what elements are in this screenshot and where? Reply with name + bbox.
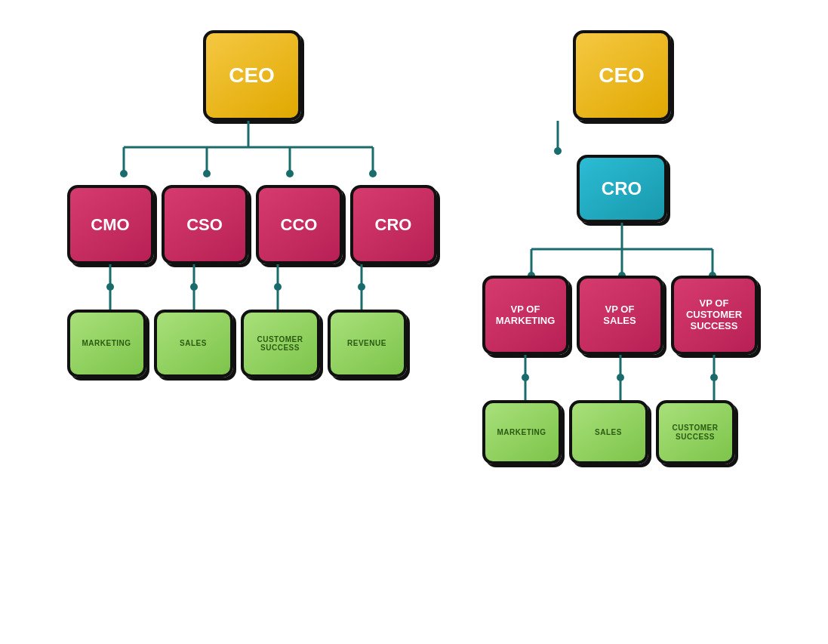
left-ceo-node: CEO <box>203 30 301 121</box>
right-vp-marketing-node: VP OFMARKETING <box>482 276 569 355</box>
right-vp-leaf-connector <box>482 355 762 404</box>
right-cro-vp-connector <box>482 223 762 279</box>
right-vp-row: VP OFMARKETING VP OFSALES VP OFCUSTOMERS… <box>482 276 762 355</box>
right-vp-sales-node: VP OFSALES <box>577 276 663 355</box>
svg-point-9 <box>369 170 377 177</box>
left-sales-node: SALES <box>154 310 233 377</box>
left-ceo-label: CEO <box>229 63 275 88</box>
left-cco-node: CCO <box>256 185 343 264</box>
right-ceo-cro-connector <box>482 121 633 155</box>
left-level2-row: CMO CSO CCO CRO <box>67 185 437 264</box>
right-customer-success-leaf: CUSTOMERSUCCESS <box>656 400 735 464</box>
left-level2-connector <box>67 264 429 313</box>
right-ceo-label: CEO <box>599 63 645 88</box>
left-cro-node: CRO <box>350 185 437 264</box>
svg-point-7 <box>203 170 211 177</box>
right-leaf-row: MARKETING SALES CUSTOMERSUCCESS <box>482 400 762 464</box>
right-vp-customer-success-node: VP OFCUSTOMERSUCCESS <box>671 276 758 355</box>
left-level3-row: MARKETING SALES CUSTOMERSUCCESS REVENUE <box>67 310 437 377</box>
main-container: CEO CMO CSO CCO CRO <box>0 0 828 644</box>
left-level1-connector <box>67 121 429 189</box>
left-marketing-node: MARKETING <box>67 310 146 377</box>
svg-point-23 <box>554 147 562 155</box>
right-marketing-leaf: MARKETING <box>482 400 562 464</box>
right-sales-leaf: SALES <box>569 400 648 464</box>
right-cro-node: CRO <box>577 155 667 223</box>
left-cso-node: CSO <box>162 185 248 264</box>
right-org-chart: CEO CRO VP OFMARKETING VP OFSALES V <box>482 30 762 464</box>
left-cmo-node: CMO <box>67 185 154 264</box>
left-customer-success-node: CUSTOMERSUCCESS <box>241 310 320 377</box>
left-revenue-node: REVENUE <box>328 310 407 377</box>
left-org-chart: CEO CMO CSO CCO CRO <box>67 30 437 377</box>
svg-point-6 <box>120 170 128 177</box>
right-cro-wrapper: CRO <box>482 155 762 223</box>
right-ceo-node: CEO <box>573 30 671 121</box>
svg-point-8 <box>286 170 294 177</box>
